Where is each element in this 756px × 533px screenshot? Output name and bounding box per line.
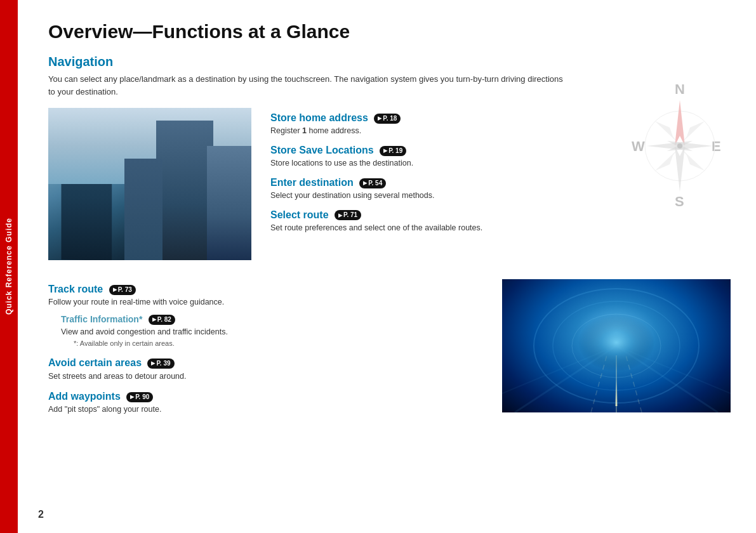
feature-enter-destination-title: Enter destination	[270, 177, 354, 188]
svg-text:W: W	[632, 138, 645, 154]
city-image	[48, 108, 251, 260]
bottom-section: Track route P. 73 Follow your route in r…	[48, 279, 731, 416]
feature-avoid-areas-title: Avoid certain areas	[48, 357, 142, 368]
feature-avoid-areas-desc: Set streets and areas to detour around.	[48, 371, 483, 383]
feature-track-route-title: Track route	[48, 284, 103, 294]
traffic-info-note: *: Available only in certain areas.	[74, 339, 483, 348]
feature-track-route-desc: Follow your route in real-time with voic…	[48, 297, 483, 308]
feature-track-route-badge: P. 73	[109, 285, 136, 295]
feature-select-route: Select route P. 71 Set route preferences…	[270, 208, 731, 234]
traffic-info-title: Traffic Information*	[61, 314, 142, 324]
bottom-features-list: Track route P. 73 Follow your route in r…	[48, 279, 483, 416]
feature-select-route-title: Select route	[270, 209, 329, 220]
svg-marker-20	[681, 121, 705, 143]
navigation-section: Navigation You can select any place/land…	[48, 55, 731, 416]
side-tab: Quick Reference Guide	[0, 0, 18, 533]
feature-store-locations-badge: P. 19	[380, 146, 406, 156]
feature-store-home-badge: P. 18	[374, 114, 401, 124]
svg-marker-16	[675, 100, 685, 146]
svg-point-10	[578, 314, 654, 371]
feature-select-route-desc: Set route preferences and select one of …	[270, 223, 731, 234]
svg-marker-23	[655, 148, 679, 171]
feature-add-waypoints-badge: P. 90	[126, 392, 153, 402]
side-tab-label: Quick Reference Guide	[4, 218, 13, 315]
feature-track-route: Track route P. 73 Follow your route in r…	[48, 282, 483, 348]
svg-text:N: N	[675, 82, 685, 97]
page-title: Overview—Functions at a Glance	[48, 20, 731, 43]
main-content: Overview—Functions at a Glance Navigatio…	[18, 0, 756, 533]
feature-store-locations-title: Store Save Locations	[270, 145, 374, 155]
compass-container: N S W E	[629, 82, 731, 209]
building-1	[156, 121, 213, 260]
svg-marker-22	[681, 148, 705, 171]
feature-add-waypoints-title: Add waypoints	[48, 391, 121, 402]
section-label: Navigation	[48, 55, 731, 69]
feature-avoid-areas-badge: P. 39	[147, 359, 174, 369]
svg-text:S: S	[675, 194, 684, 209]
feature-add-waypoints-desc: Add "pit stops" along your route.	[48, 404, 483, 416]
feature-store-home-title: Store home address	[270, 112, 368, 123]
tunnel-image	[502, 279, 731, 412]
feature-add-waypoints: Add waypoints P. 90 Add "pit stops" alon…	[48, 390, 483, 416]
tunnel-svg	[502, 279, 731, 412]
section-description: You can select any place/landmark as a d…	[48, 73, 569, 98]
traffic-info-desc: View and avoid congestion and traffic in…	[61, 327, 483, 338]
svg-marker-17	[675, 146, 685, 192]
top-section: Store home address P. 18 Register 1 home…	[48, 108, 731, 260]
sub-feature-traffic: Traffic Information* P. 82 View and avoi…	[61, 312, 483, 348]
feature-enter-destination-badge: P. 54	[359, 178, 386, 188]
traffic-info-badge: P. 82	[149, 315, 175, 325]
svg-text:E: E	[712, 138, 721, 154]
building-2	[207, 146, 251, 260]
svg-point-24	[677, 143, 682, 148]
feature-select-route-badge: P. 71	[335, 210, 361, 220]
page-number: 2	[38, 509, 44, 520]
svg-marker-21	[655, 121, 679, 143]
compass-svg: N S W E	[629, 82, 731, 209]
feature-avoid-areas: Avoid certain areas P. 39 Set streets an…	[48, 356, 483, 382]
